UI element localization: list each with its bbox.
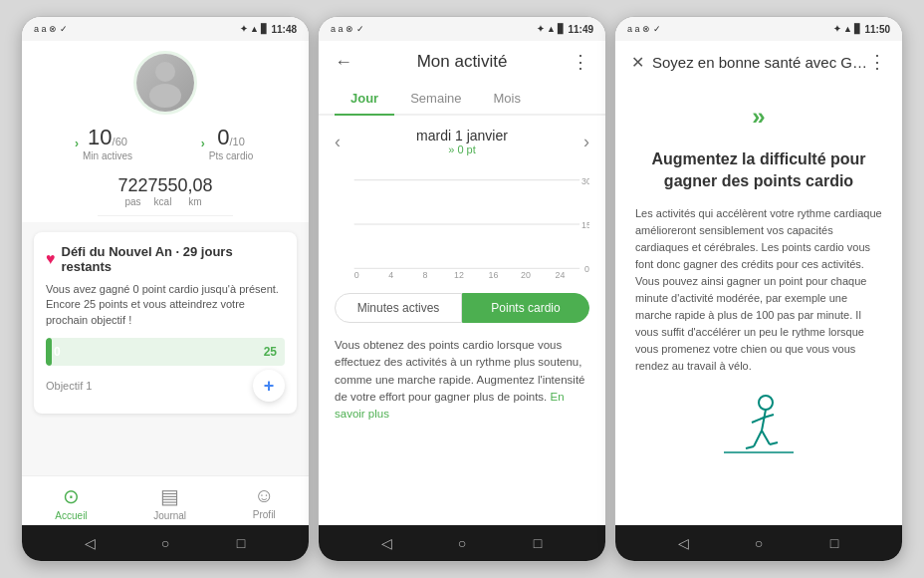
next-date-button[interactable]: › [583,132,589,152]
tab-mois[interactable]: Mois [477,83,536,114]
stats-row: › 10 /60 Min actives › [22,115,309,167]
kcal-value: 755 [147,175,177,196]
back-nav-btn-3[interactable]: ◁ [673,533,693,553]
min-actives-value: 10 [88,125,112,150]
phone3-content: ✕ Soyez en bonne santé avec Go… ⋮ » Augm… [615,41,902,525]
home-nav-btn-2[interactable]: ○ [452,533,472,553]
menu-button-2[interactable]: ⋮ [572,51,589,73]
profil-icon: ☺ [254,484,274,507]
status-time-1: 11:48 [271,24,297,35]
svg-text:8: 8 [423,270,428,280]
svg-text:12: 12 [454,270,464,280]
phones-container: a a ⊗ ✓ ✦ ▲ ▊ 11:48 [0,0,924,578]
challenge-header: ♥ Défi du Nouvel An · 29 jours restants [46,244,285,274]
challenge-text: Vous avez gagné 0 point cardio jusqu'à p… [46,282,285,328]
chart-svg: 30 15 0 0 4 8 12 16 20 24 [335,167,589,281]
minutes-actives-button[interactable]: Minutes actives [335,293,462,323]
nav-journal-label: Journal [153,510,186,521]
recent-nav-btn-1[interactable]: □ [231,533,251,553]
date-nav: ‹ mardi 1 janvier » 0 pt › [319,116,605,159]
status-left-1: a a ⊗ ✓ [34,24,68,34]
avatar-placeholder [136,54,194,112]
phone2-content: ← Mon activité ⋮ Jour Semaine Mois ‹ mar… [319,41,605,525]
challenge-title: Défi du Nouvel An · 29 jours restants [62,244,286,274]
prev-date-button[interactable]: ‹ [335,132,341,152]
menu-button-3[interactable]: ⋮ [868,51,886,73]
toolbar-title-2: Mon activité [417,52,508,72]
svg-line-22 [770,442,778,444]
progress-zero: 0 [54,345,61,359]
p3-icon-area: » [752,103,765,131]
pts-cardio-label: Pts cardio [209,150,253,161]
pts-cardio-group: 0 /10 Pts cardio [209,125,253,161]
avatar [133,51,197,115]
pts-cardio-value: 0 [217,125,229,150]
pas-stat: 722 pas [117,175,147,207]
nav-profil-label: Profil [253,509,276,520]
phone1-content: › 10 /60 Min actives › [22,41,309,525]
nav-accueil-label: Accueil [55,510,87,521]
nav-bar-3: ◁ ○ □ [615,525,902,561]
svg-line-17 [752,418,764,423]
points-cardio-button[interactable]: Points cardio [462,293,589,323]
date-text: mardi 1 janvier [416,128,508,144]
segment-buttons: Minutes actives Points cardio [335,293,589,323]
svg-line-19 [754,431,762,446]
status-bar-1: a a ⊗ ✓ ✦ ▲ ▊ 11:48 [22,17,309,41]
km-stat: 0,08 km [178,175,213,207]
p3-main: » Augmentez la difficulté pour gagner de… [615,83,902,525]
p3-toolbar: ✕ Soyez en bonne santé avec Go… ⋮ [615,41,902,83]
plus-icon: + [264,376,275,397]
nav-accueil[interactable]: ⊙ Accueil [55,484,87,521]
status-right-1: ✦ ▲ ▊ 11:48 [240,24,298,35]
status-icons-left-1: a a ⊗ ✓ [34,24,68,34]
status-right-2: ✦ ▲ ▊ 11:49 [537,24,594,35]
status-bar-3: a a ⊗ ✓ ✦ ▲ ▊ 11:50 [615,17,902,41]
tab-jour[interactable]: Jour [335,83,394,114]
status-icons-right-1: ✦ ▲ ▊ [240,24,269,34]
goal-label: Objectif 1 [46,380,92,392]
pas-label: pas [124,196,140,207]
steps-row: 722 pas 755 kcal 0,08 km [98,167,232,216]
svg-point-0 [155,62,175,82]
pas-value: 722 [117,175,147,196]
min-actives-group: 10 /60 Min actives [83,125,132,161]
add-goal-button[interactable]: + [253,370,285,402]
toolbar-2: ← Mon activité ⋮ [319,41,605,83]
home-nav-btn-1[interactable]: ○ [155,533,175,553]
home-icon: ⊙ [63,484,80,508]
tab-semaine[interactable]: Semaine [394,83,477,114]
home-nav-btn-3[interactable]: ○ [749,533,769,553]
bottom-nav: ⊙ Accueil ▤ Journal ☺ Profil [22,475,309,525]
goal-row: Objectif 1 + [46,370,285,402]
status-icons-right-2: ✦ ▲ ▊ [537,24,566,34]
nav-journal[interactable]: ▤ Journal [153,484,186,521]
progress-end: 25 [264,345,277,359]
nav-profil[interactable]: ☺ Profil [253,484,276,521]
journal-icon: ▤ [160,484,179,508]
back-button-2[interactable]: ← [335,52,352,73]
phone-2: a a ⊗ ✓ ✦ ▲ ▊ 11:49 ← Mon activité ⋮ Jou… [318,16,606,562]
recent-nav-btn-2[interactable]: □ [528,533,548,553]
status-icons-right-3: ✦ ▲ ▊ [833,24,862,34]
back-nav-btn-1[interactable]: ◁ [80,533,100,553]
svg-point-15 [759,396,773,410]
date-center: mardi 1 janvier » 0 pt [416,128,508,155]
status-left-2: a a ⊗ ✓ [331,24,364,34]
recent-nav-btn-3[interactable]: □ [824,533,844,553]
close-button-3[interactable]: ✕ [631,53,644,72]
svg-text:30: 30 [581,176,589,186]
status-right-3: ✦ ▲ ▊ 11:50 [833,24,891,35]
p3-title: Augmentez la difficulté pour gagner des … [635,148,882,193]
status-time-2: 11:49 [568,24,593,35]
challenge-card: ♥ Défi du Nouvel An · 29 jours restants … [34,232,297,414]
status-icons-left-3: a a ⊗ ✓ [627,24,661,34]
min-actives-max: /60 [113,136,127,150]
phone1-header: › 10 /60 Min actives › [22,41,309,222]
progress-bar-fill [46,338,52,366]
status-time-3: 11:50 [864,24,890,35]
p3-toolbar-title: Soyez en bonne santé avec Go… [652,54,868,71]
status-left-3: a a ⊗ ✓ [627,24,661,34]
back-nav-btn-2[interactable]: ◁ [376,533,396,553]
pts-cardio-chevron: › [201,137,205,150]
